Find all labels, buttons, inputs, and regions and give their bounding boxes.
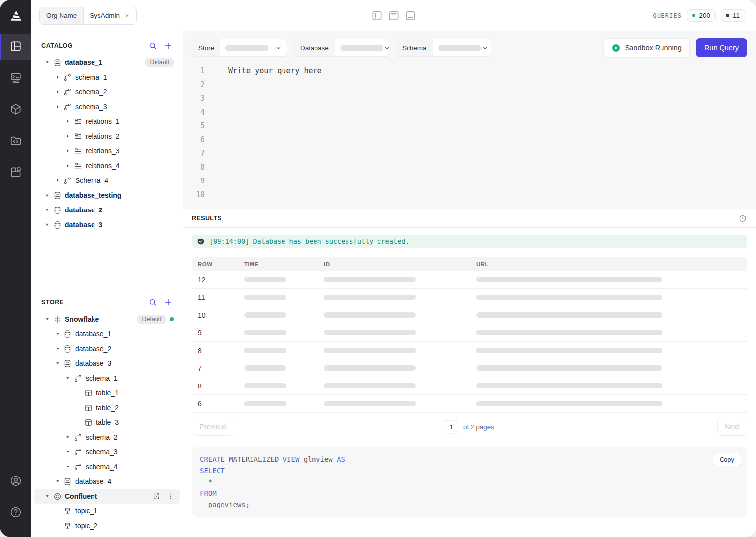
queries-stopped-badge[interactable]: 11 [721, 9, 745, 22]
table-row[interactable]: 8 [192, 377, 747, 395]
external-link-icon[interactable] [153, 492, 160, 500]
store-item-schema_3[interactable]: schema_3 [34, 445, 180, 459]
caret-down-icon[interactable] [54, 359, 62, 367]
app-logo[interactable] [0, 0, 32, 31]
catalog-search-button[interactable] [148, 41, 157, 50]
store-search-button[interactable] [148, 298, 157, 307]
caret-right-icon[interactable] [64, 118, 72, 125]
sidebar-nav-workspace[interactable] [0, 34, 32, 60]
page-number-input[interactable] [445, 420, 458, 434]
caret-right-icon[interactable] [54, 88, 62, 96]
copy-button[interactable]: Copy [713, 453, 741, 466]
tree-item-label: database_4 [75, 477, 111, 485]
panel-left-icon[interactable] [371, 9, 383, 22]
caret-right-icon[interactable] [64, 147, 72, 155]
table-row[interactable]: 10 [192, 306, 747, 324]
org-switcher[interactable]: Org Name SysAdmin [39, 7, 137, 25]
store-item-table_2[interactable]: table_2 [34, 400, 180, 415]
time-cell [238, 364, 318, 373]
table-row[interactable]: 6 [192, 395, 747, 413]
store-item-schema_1[interactable]: schema_1 [34, 371, 180, 386]
caret-right-icon[interactable] [43, 221, 51, 229]
catalog-item-database_3[interactable]: database_3 [34, 217, 180, 232]
catalog-item-relations_4[interactable]: relations_4 [34, 158, 180, 173]
catalog-item-database_1[interactable]: database_1Default [34, 55, 180, 70]
caret-down-icon[interactable] [43, 59, 51, 66]
sidebar-nav-console[interactable] [0, 66, 32, 91]
table-row[interactable]: 9 [192, 324, 747, 342]
caret-down-icon[interactable] [64, 374, 72, 382]
caret-right-icon[interactable] [54, 73, 62, 81]
table-row[interactable]: 11 [192, 289, 747, 306]
sql-keyword: FROM [200, 489, 217, 497]
catalog-item-relations_2[interactable]: relations_2 [34, 129, 180, 144]
queries-running-badge[interactable]: 200 [687, 9, 716, 22]
caret-down-icon[interactable] [64, 463, 72, 471]
caret-down-icon[interactable] [54, 330, 62, 338]
panel-bottom-icon[interactable] [404, 9, 417, 22]
caret-right-icon[interactable] [54, 177, 62, 184]
store-add-button[interactable] [164, 298, 173, 307]
deltastream-logo-icon [8, 8, 23, 23]
query-editor[interactable]: 1Write your query here2345678910 [183, 63, 756, 209]
database-select[interactable]: Database [294, 39, 389, 57]
store-item-database_1[interactable]: database_1 [34, 327, 180, 341]
time-cell [238, 346, 318, 355]
store-item-confluent[interactable]: Confluent [34, 489, 180, 504]
sandbox-status-label: Sandbox Running [625, 44, 682, 52]
store-item-table_1[interactable]: table_1 [34, 386, 180, 400]
query-history-icon[interactable] [738, 214, 747, 223]
kebab-menu-icon[interactable] [167, 492, 175, 500]
caret-down-icon[interactable] [64, 433, 72, 441]
org-role-value[interactable]: SysAdmin [84, 7, 136, 24]
catalog-item-schema_1[interactable]: schema_1 [34, 70, 180, 85]
sidebar-nav-cube[interactable] [0, 97, 32, 123]
caret-down-icon[interactable] [54, 477, 62, 485]
caret-down-icon[interactable] [64, 448, 72, 456]
store-item-topic_1[interactable]: topic_1 [34, 504, 180, 518]
caret-down-icon[interactable] [43, 315, 51, 323]
caret-right-icon[interactable] [43, 191, 51, 199]
sidebar-nav-help[interactable] [0, 501, 32, 526]
catalog-item-relations_3[interactable]: relations_3 [34, 144, 180, 158]
catalog-item-schema_2[interactable]: schema_2 [34, 85, 180, 99]
catalog-item-schema_4[interactable]: Schema_4 [34, 173, 180, 188]
store-item-database_3[interactable]: database_3 [34, 356, 180, 371]
previous-page-button[interactable]: Previous [192, 418, 234, 436]
run-query-button[interactable]: Run Query [696, 38, 747, 57]
caret-right-icon[interactable] [43, 206, 51, 214]
panel-top-icon[interactable] [387, 9, 400, 22]
catalog-add-button[interactable] [164, 41, 173, 50]
store-item-table_3[interactable]: table_3 [34, 415, 180, 430]
sidebar-nav-user[interactable] [0, 469, 32, 495]
topic-icon [63, 522, 72, 530]
table-row[interactable]: 8 [192, 342, 747, 359]
store-item-topic_2[interactable]: topic_2 [34, 518, 180, 533]
store-select[interactable]: Store [192, 39, 287, 57]
catalog-item-database_testing[interactable]: database_testing [34, 188, 180, 203]
table-row[interactable]: 12 [192, 271, 747, 289]
schema-select[interactable]: Schema [396, 39, 491, 57]
catalog-item-schema_3[interactable]: schema_3 [34, 99, 180, 114]
table-row[interactable]: 7 [192, 359, 747, 377]
store-item-topic_3[interactable]: topic_3 [34, 533, 180, 537]
sidebar-nav-folder-code[interactable] [0, 129, 32, 154]
sandbox-status-button[interactable]: Sandbox Running [603, 38, 690, 57]
table-icon [84, 389, 93, 397]
queries-running-count: 200 [699, 12, 710, 19]
store-item-database_4[interactable]: database_4 [34, 474, 180, 489]
store-item-database_2[interactable]: database_2 [34, 341, 180, 356]
caret-right-icon[interactable] [64, 162, 72, 170]
sidebar-nav-blocks[interactable] [0, 160, 32, 186]
catalog-item-database_2[interactable]: database_2 [34, 203, 180, 217]
store-item-snowflake[interactable]: SnowflakeDefault [34, 312, 180, 327]
store-item-schema_4[interactable]: schema_4 [34, 459, 180, 474]
caret-right-icon[interactable] [54, 103, 62, 111]
time-cell [238, 399, 318, 408]
catalog-item-relations_1[interactable]: relations_1 [34, 114, 180, 129]
caret-down-icon[interactable] [54, 345, 62, 353]
caret-right-icon[interactable] [64, 132, 72, 140]
store-item-schema_2[interactable]: schema_2 [34, 430, 180, 445]
next-page-button[interactable]: Next [717, 418, 747, 436]
caret-down-icon[interactable] [43, 492, 51, 500]
